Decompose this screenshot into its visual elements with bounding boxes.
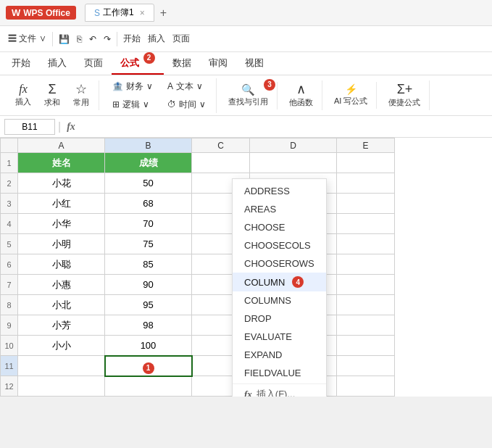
dropdown-item-expand[interactable]: EXPAND	[233, 346, 326, 364]
cell-b9[interactable]: 98	[105, 315, 192, 336]
cell-d1[interactable]	[250, 153, 337, 173]
dropdown-item-column[interactable]: COLUMN 4	[233, 273, 326, 291]
lookup-button[interactable]: 🔍 查找与引用 3	[224, 82, 272, 109]
cell-e1[interactable]	[337, 153, 395, 173]
toolbar-start[interactable]: 开始	[120, 31, 144, 46]
dropdown-item-columns[interactable]: COLUMNS	[233, 291, 326, 310]
tab-view[interactable]: 视图	[236, 53, 272, 75]
tab-formula[interactable]: 公式 2	[112, 53, 164, 75]
ribbon-tabs: 开始 插入 页面 公式 2 数据 审阅 视图	[0, 52, 492, 75]
finance-button[interactable]: 🏦 财务 ∨	[107, 78, 159, 95]
cell-e5[interactable]	[337, 234, 395, 254]
badge-1: 1	[143, 362, 154, 374]
workbook-tab[interactable]: S 工作簿1 ×	[85, 4, 154, 22]
cell-a3[interactable]: 小红	[18, 194, 105, 214]
cell-a12[interactable]	[18, 376, 105, 397]
row-num-7: 7	[1, 275, 18, 295]
function-dropdown: ADDRESS AREAS CHOOSE CHOOSECOLS CHOOSERO…	[232, 178, 327, 397]
toolbar-insert[interactable]: 插入	[144, 31, 169, 46]
dropdown-insert-button[interactable]: fx 插入(F)...	[233, 383, 326, 397]
dropdown-item-choosecols[interactable]: CHOOSECOLS	[233, 236, 326, 254]
cell-e6[interactable]	[337, 254, 395, 275]
cell-a1[interactable]: 姓名	[18, 153, 105, 173]
cell-e8[interactable]	[337, 295, 395, 315]
cell-a2[interactable]: 小花	[18, 173, 105, 194]
quick-formula-button[interactable]: Σ+ 便捷公式	[384, 80, 425, 110]
cell-b5[interactable]: 75	[105, 234, 192, 254]
cell-e10[interactable]	[337, 336, 395, 356]
recent-label: 常用	[73, 97, 89, 108]
close-tab-icon[interactable]: ×	[140, 8, 145, 18]
cell-a8[interactable]: 小北	[18, 295, 105, 315]
cell-b4[interactable]: 70	[105, 214, 192, 234]
ai-button[interactable]: ⚡ AI 写公式	[330, 82, 372, 109]
cell-b8[interactable]: 95	[105, 295, 192, 315]
cell-b1[interactable]: 成绩	[105, 153, 192, 173]
cell-e11[interactable]	[337, 356, 395, 376]
dropdown-item-drop[interactable]: DROP	[233, 310, 326, 328]
dropdown-item-fieldvalue[interactable]: FIELDVALUE	[233, 364, 326, 382]
text-button[interactable]: A 文本 ∨	[162, 78, 212, 95]
tab-data[interactable]: 数据	[164, 53, 200, 75]
recent-button[interactable]: ☆ 常用	[68, 80, 94, 110]
ribbon-group-other: ∧ 他函数	[280, 80, 322, 110]
tab-page[interactable]: 页面	[75, 53, 112, 75]
cell-reference-input[interactable]	[4, 119, 55, 135]
toolbar-undo[interactable]: ↶	[86, 33, 100, 46]
dropdown-item-areas[interactable]: AREAS	[233, 200, 326, 218]
tab-label: 工作簿1	[103, 7, 134, 19]
insert-fn-button[interactable]: fx 插入	[10, 81, 36, 109]
cell-e3[interactable]	[337, 194, 395, 214]
toolbar-page[interactable]: 页面	[169, 31, 193, 46]
sum-button[interactable]: Σ 求和	[39, 80, 65, 110]
cell-b10[interactable]: 100	[105, 336, 192, 356]
cell-e12[interactable]	[337, 376, 395, 397]
toolbar-action1[interactable]: ⎘	[73, 33, 86, 46]
formula-fx-icon[interactable]: fx	[64, 120, 78, 134]
col-header-a[interactable]: A	[18, 138, 105, 153]
add-tab-button[interactable]: +	[160, 7, 167, 20]
row-num-4: 4	[1, 214, 18, 234]
other-fn-button[interactable]: ∧ 他函数	[285, 80, 317, 110]
col-header-e[interactable]: E	[337, 138, 395, 153]
dropdown-item-choose[interactable]: CHOOSE	[233, 218, 326, 236]
dropdown-item-address[interactable]: ADDRESS	[233, 182, 326, 200]
toolbar-redo[interactable]: ↷	[100, 33, 114, 46]
cell-c1[interactable]	[192, 153, 250, 173]
toolbar-save[interactable]: 💾	[55, 33, 73, 46]
spreadsheet-area: A B C D E 1 姓名 成绩 2 小花 50	[0, 138, 492, 397]
time-button[interactable]: ⏱ 时间 ∨	[162, 96, 212, 113]
tab-insert[interactable]: 插入	[39, 53, 75, 75]
logic-button[interactable]: ⊞ 逻辑 ∨	[107, 96, 159, 113]
cell-b3[interactable]: 68	[105, 194, 192, 214]
cell-b7[interactable]: 90	[105, 275, 192, 295]
ribbon-group-categories: 🏦 财务 ∨ ⊞ 逻辑 ∨ A 文本 ∨ ⏱ 时间 ∨	[102, 78, 217, 113]
col-header-d[interactable]: D	[250, 138, 337, 153]
ribbon-group-quick: Σ+ 便捷公式	[380, 80, 430, 110]
toolbar-menu[interactable]: ☰ 文件 ∨	[4, 31, 50, 46]
cell-a5[interactable]: 小明	[18, 234, 105, 254]
cell-a6[interactable]: 小聪	[18, 254, 105, 275]
cell-e7[interactable]	[337, 275, 395, 295]
cell-e9[interactable]	[337, 315, 395, 336]
col-header-c[interactable]: C	[192, 138, 250, 153]
cell-b6[interactable]: 85	[105, 254, 192, 275]
cell-e2[interactable]	[337, 173, 395, 194]
column-badge: 4	[292, 276, 304, 288]
dropdown-item-chooserows[interactable]: CHOOSEROWS	[233, 254, 326, 273]
cell-e4[interactable]	[337, 214, 395, 234]
cell-b11[interactable]: 1	[105, 356, 192, 376]
tab-start[interactable]: 开始	[3, 53, 39, 75]
cell-a4[interactable]: 小华	[18, 214, 105, 234]
cell-a10[interactable]: 小小	[18, 336, 105, 356]
cell-a11[interactable]	[18, 356, 105, 376]
cell-a7[interactable]: 小惠	[18, 275, 105, 295]
col-header-b[interactable]: B	[105, 138, 192, 153]
lookup-label: 查找与引用	[228, 96, 268, 107]
tab-review[interactable]: 审阅	[200, 53, 236, 75]
cell-b2[interactable]: 50	[105, 173, 192, 194]
wps-logo[interactable]: W WPS Office	[6, 6, 76, 20]
cell-a9[interactable]: 小芳	[18, 315, 105, 336]
dropdown-item-evaluate[interactable]: EVALUATE	[233, 328, 326, 346]
cell-b12[interactable]	[105, 376, 192, 397]
